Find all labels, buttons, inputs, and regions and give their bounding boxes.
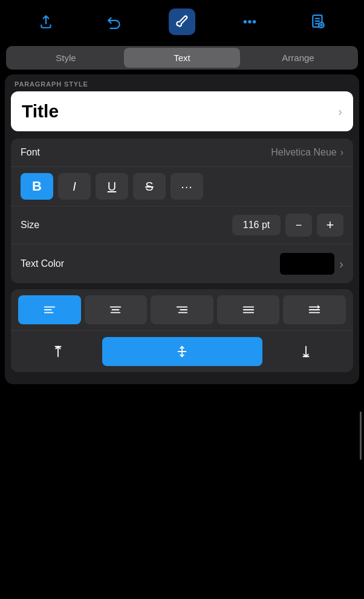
size-row: Size 116 pt − +	[11, 206, 353, 244]
rtl-button[interactable]	[283, 295, 346, 324]
format-button[interactable]	[169, 8, 195, 35]
align-left-button[interactable]	[18, 295, 81, 324]
increase-size-button[interactable]: +	[317, 214, 343, 237]
svg-point-1	[249, 21, 251, 22]
underline-button[interactable]: U	[96, 173, 128, 200]
bottom-space	[0, 387, 364, 483]
more-format-button[interactable]: ···	[171, 173, 203, 200]
align-right-button[interactable]	[151, 295, 213, 324]
paragraph-style-selector[interactable]: Title ›	[11, 91, 353, 131]
valign-row	[11, 331, 353, 372]
italic-button[interactable]: I	[58, 173, 91, 200]
align-row	[11, 289, 353, 331]
document-button[interactable]	[305, 8, 331, 35]
tab-text[interactable]: Text	[124, 48, 240, 68]
font-row[interactable]: Font Helvetica Neue ›	[11, 139, 353, 167]
font-chevron: ›	[340, 147, 343, 158]
undo-button[interactable]	[101, 8, 128, 35]
valign-top-button[interactable]	[18, 337, 99, 366]
valign-bottom-button[interactable]	[266, 337, 346, 366]
paragraph-style-label: PARAGRAPH STYLE	[5, 74, 359, 91]
svg-point-2	[253, 21, 255, 22]
align-justify-button[interactable]	[217, 295, 280, 324]
text-color-chevron: ›	[339, 257, 343, 271]
strikethrough-button[interactable]: S	[133, 173, 166, 200]
bold-button[interactable]: B	[21, 173, 53, 200]
text-color-right: ›	[280, 253, 343, 275]
font-value: Helvetica Neue ›	[271, 147, 343, 158]
paragraph-style-chevron: ›	[338, 105, 342, 119]
scrollbar	[360, 411, 362, 460]
tab-bar: Style Text Arrange	[6, 46, 358, 70]
valign-middle-button[interactable]	[102, 337, 262, 366]
decrease-size-button[interactable]: −	[285, 214, 312, 237]
format-row: B I U S ···	[11, 167, 353, 206]
font-label: Font	[21, 147, 40, 158]
tab-arrange[interactable]: Arrange	[240, 48, 356, 68]
tab-style[interactable]: Style	[8, 48, 124, 68]
align-center-button[interactable]	[85, 295, 148, 324]
toolbar	[0, 0, 364, 41]
svg-point-0	[244, 21, 246, 22]
more-button[interactable]	[236, 8, 263, 35]
paragraph-style-value: Title	[22, 101, 59, 122]
size-label: Size	[21, 220, 39, 231]
size-value: 116 pt	[232, 215, 281, 235]
size-controls: 116 pt − +	[232, 214, 343, 237]
alignment-section	[11, 289, 353, 372]
text-color-swatch	[280, 253, 334, 275]
share-button[interactable]	[33, 8, 59, 35]
font-section: Font Helvetica Neue › B I U S ···	[11, 139, 353, 283]
text-color-row[interactable]: Text Color ›	[11, 244, 353, 283]
text-color-label: Text Color	[21, 258, 64, 269]
